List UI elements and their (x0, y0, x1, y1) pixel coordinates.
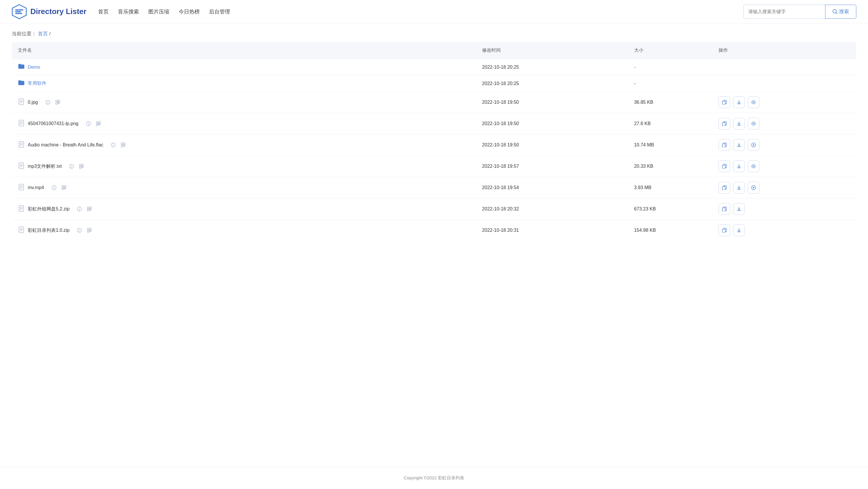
folder-icon (18, 64, 25, 70)
nav-image[interactable]: 图片压缩 (148, 8, 169, 15)
file-time-cell: 2022-10-18 20:25 (476, 76, 628, 92)
file-name-text: 彩虹目录列表1.0.zip (28, 227, 69, 233)
svg-marker-57 (753, 144, 755, 146)
svg-rect-116 (87, 228, 89, 230)
nav-hot[interactable]: 今日热榜 (179, 8, 200, 15)
breadcrumb-home[interactable]: 首页 (38, 31, 48, 36)
download-button[interactable] (733, 118, 745, 130)
svg-rect-108 (722, 208, 725, 211)
nav-music[interactable]: 音乐搜索 (118, 8, 139, 15)
file-name-cell: Audio machine - Breath And Life.flac (12, 135, 476, 156)
table-row: 45047061007431-lp.png2022-10-18 19:5027.… (12, 113, 856, 135)
file-ops-cell (713, 198, 856, 220)
file-ops-cell (713, 135, 856, 156)
download-button[interactable] (733, 203, 745, 215)
download-button[interactable] (733, 96, 745, 108)
svg-marker-92 (753, 187, 755, 189)
download-button[interactable] (733, 225, 745, 236)
col-header-name: 文件名 (12, 42, 476, 59)
info-icon-button[interactable] (109, 141, 117, 149)
file-size-cell: - (628, 76, 713, 92)
file-ops-cell (713, 76, 856, 92)
logo-icon (12, 4, 27, 19)
svg-point-99 (79, 208, 80, 208)
table-row: 常用软件2022-10-18 20:25- (12, 76, 856, 92)
file-name-text[interactable]: 常用软件 (28, 80, 46, 87)
footer-copyright: Copyright ©2022 彩虹目录列表 (404, 475, 464, 480)
nav-home[interactable]: 首页 (98, 8, 108, 15)
svg-rect-68 (82, 167, 83, 168)
file-time-cell: 2022-10-18 20:32 (476, 198, 628, 220)
info-icon-button[interactable] (50, 183, 58, 192)
file-name-text: 0.jpg (28, 100, 38, 105)
svg-rect-100 (87, 207, 89, 209)
qr-icon-button[interactable] (78, 162, 86, 170)
copy-button[interactable] (718, 118, 730, 130)
svg-rect-21 (722, 101, 725, 105)
svg-rect-67 (80, 167, 81, 168)
qr-icon-button[interactable] (94, 119, 102, 128)
copy-button[interactable] (718, 96, 730, 108)
preview-button[interactable] (748, 161, 760, 172)
copy-button[interactable] (718, 139, 730, 151)
info-icon-button[interactable] (84, 119, 93, 128)
search-button[interactable]: 搜索 (825, 5, 856, 19)
info-icon-button[interactable] (44, 98, 52, 106)
svg-point-74 (753, 166, 754, 167)
svg-point-46 (113, 144, 114, 144)
file-size-cell: 10.74 MB (628, 135, 713, 156)
file-doc-icon (18, 120, 25, 128)
file-ops-cell (713, 59, 856, 76)
svg-rect-16 (58, 103, 59, 104)
download-button[interactable] (733, 182, 745, 194)
copy-button[interactable] (718, 182, 730, 194)
table-row: mv.mp42022-10-18 19:543.93 MB (12, 177, 856, 198)
file-name-text: 45047061007431-lp.png (28, 121, 79, 126)
play-button[interactable] (748, 182, 760, 194)
svg-rect-2 (15, 11, 21, 12)
qr-icon-button[interactable] (119, 141, 127, 149)
preview-button[interactable] (748, 118, 760, 130)
main-nav: 首页 音乐搜索 图片压缩 今日热榜 后台管理 (98, 8, 732, 15)
svg-rect-38 (722, 122, 725, 126)
qr-icon-button[interactable] (85, 205, 93, 213)
table-row: 彩虹目录列表1.0.zip2022-10-18 20:31154.98 KB (12, 220, 856, 241)
svg-rect-55 (722, 144, 725, 147)
info-icon-button[interactable] (75, 205, 84, 213)
svg-rect-101 (90, 207, 91, 209)
search-input[interactable] (743, 5, 825, 19)
file-name-text: mp3文件解析.txt (28, 163, 62, 170)
table-header: 文件名 修改时间 大小 操作 (12, 42, 856, 59)
svg-rect-83 (64, 185, 66, 188)
svg-rect-65 (80, 164, 81, 166)
file-name-cell: 0.jpg (12, 92, 476, 113)
info-icon-button[interactable] (67, 162, 75, 170)
file-name-text: Audio machine - Breath And Life.flac (28, 142, 103, 148)
footer: Copyright ©2022 彩虹目录列表 (0, 467, 868, 489)
play-button[interactable] (748, 139, 760, 151)
table-row: 0.jpg2022-10-18 19:5036.85 KB (12, 92, 856, 113)
col-header-time: 修改时间 (476, 42, 628, 59)
download-button[interactable] (733, 139, 745, 151)
preview-button[interactable] (748, 96, 760, 108)
nav-admin[interactable]: 后台管理 (209, 8, 230, 15)
copy-button[interactable] (718, 161, 730, 172)
info-icon-button[interactable] (75, 226, 84, 234)
qr-icon-button[interactable] (85, 226, 93, 234)
file-name-text[interactable]: Demo (28, 65, 40, 70)
file-doc-icon (18, 227, 25, 234)
copy-button[interactable] (718, 203, 730, 215)
svg-rect-15 (56, 103, 58, 104)
table-row: Audio machine - Breath And Life.flac2022… (12, 135, 856, 156)
svg-rect-13 (56, 100, 58, 102)
svg-rect-47 (121, 143, 123, 145)
qr-icon-button[interactable] (60, 183, 68, 192)
download-button[interactable] (733, 161, 745, 172)
copy-button[interactable] (718, 225, 730, 236)
svg-rect-124 (722, 229, 725, 233)
file-doc-icon (18, 98, 25, 106)
svg-rect-103 (90, 209, 91, 210)
file-ops-cell (713, 177, 856, 198)
svg-rect-32 (96, 124, 98, 126)
qr-icon-button[interactable] (54, 98, 62, 106)
